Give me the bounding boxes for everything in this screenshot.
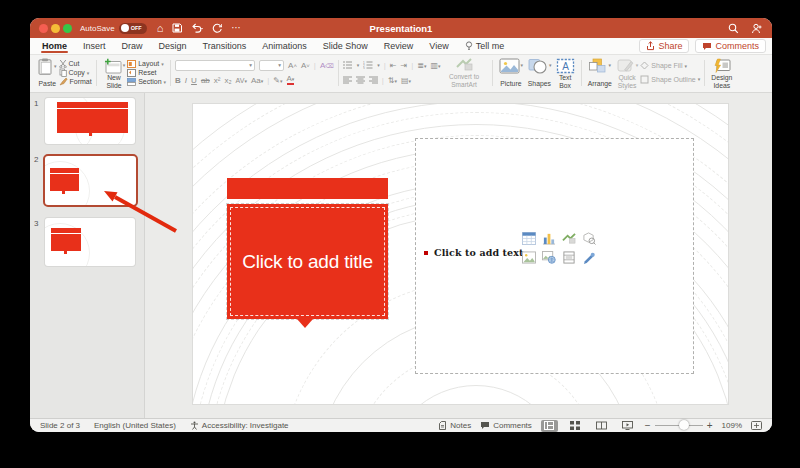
align-right-button[interactable] (369, 76, 378, 84)
tab-draw[interactable]: Draw (114, 38, 151, 54)
tab-insert[interactable]: Insert (75, 38, 114, 54)
slide-thumbnail-3[interactable] (45, 218, 135, 266)
new-slide-button[interactable]: ▾ New Slide (101, 57, 128, 89)
slide-canvas[interactable]: Click to add title Click to add text (145, 93, 772, 418)
insert-chart-icon[interactable] (542, 232, 556, 246)
insert-icon-icon[interactable] (582, 251, 596, 265)
title-placeholder[interactable]: Click to add title (227, 204, 388, 319)
more-commands-icon[interactable]: ⋯ (231, 23, 241, 33)
tab-tellme[interactable]: Tell me (457, 38, 513, 54)
clear-format-icon[interactable]: A⌫ (320, 61, 334, 70)
convert-smartart-button[interactable]: Convert to SmartArt (441, 57, 488, 89)
slide-thumbnail-2-selected[interactable] (43, 154, 138, 207)
paste-button[interactable]: ▾ Paste (36, 57, 59, 89)
char-spacing-button[interactable]: AV▾ (236, 77, 247, 84)
save-icon[interactable] (172, 23, 182, 33)
font-size-select[interactable]: ▾ (259, 60, 284, 71)
autosave-toggle[interactable]: OFF (119, 23, 147, 34)
reading-view-button[interactable] (593, 420, 610, 432)
align-center-button[interactable] (356, 76, 365, 84)
picture-button[interactable]: ▾ Picture (497, 57, 526, 89)
comments-button[interactable]: Comments (695, 39, 766, 53)
bullets-button[interactable] (343, 61, 353, 69)
bold-button[interactable]: B (175, 76, 181, 85)
font-name-select[interactable]: ▾ (175, 60, 255, 71)
section-button[interactable]: Section▾ (127, 77, 166, 86)
zoom-slider-thumb[interactable] (679, 420, 689, 430)
content-placeholder[interactable]: Click to add text (415, 138, 694, 374)
design-ideas-button[interactable]: Design Ideas (709, 57, 734, 89)
text-direction-button[interactable]: ⇅▾ (388, 76, 397, 85)
underline-button[interactable]: U (191, 76, 197, 85)
accessibility-status[interactable]: Accessibility: Investigate (190, 421, 289, 430)
format-painter-button[interactable]: Format (59, 77, 92, 86)
shape-fill-button[interactable]: Shape Fill▾ (640, 61, 700, 70)
layout-button[interactable]: Layout▾ (127, 59, 166, 68)
increase-font-icon[interactable]: A˄ (288, 61, 297, 70)
fit-slide-icon[interactable] (751, 421, 762, 430)
quick-styles-button[interactable]: ▾ Quick Styles (614, 57, 641, 89)
tab-transitions[interactable]: Transitions (195, 38, 255, 54)
subscript-button[interactable]: x₂ (224, 76, 231, 85)
zoom-button[interactable] (63, 24, 72, 33)
insert-picture-icon[interactable] (522, 251, 536, 265)
insert-video-icon[interactable] (562, 251, 576, 265)
italic-button[interactable]: I (185, 76, 187, 85)
align-left-button[interactable] (343, 76, 352, 84)
tab-review[interactable]: Review (376, 38, 422, 54)
cut-button[interactable]: Cut (59, 59, 92, 68)
minimize-button[interactable] (51, 24, 60, 33)
font-group: ▾ ▾ A˄A˅|A⌫ BIUabx²x₂AV▾Aa▾|✎▾A▾ (175, 57, 334, 89)
cut-icon (59, 59, 67, 68)
zoom-in-icon[interactable]: + (707, 420, 713, 431)
share-user-icon[interactable] (751, 23, 763, 34)
highlight-button[interactable]: ✎▾ (273, 76, 282, 85)
copy-button[interactable]: Copy▾ (59, 68, 92, 77)
outdent-button[interactable]: ⇤ (390, 61, 397, 70)
arrange-button[interactable]: ▾ Arrange (586, 57, 614, 89)
normal-view-button[interactable] (541, 420, 558, 432)
columns-button[interactable]: ▥▾ (431, 61, 441, 70)
insert-smartart-icon[interactable] (562, 232, 576, 246)
undo-icon[interactable] (191, 23, 203, 33)
shapes-button[interactable]: ▾ Shapes (525, 57, 554, 89)
comments-panel-icon (480, 421, 490, 430)
slide-thumbnail-1[interactable] (45, 98, 135, 144)
numbering-button[interactable]: 123 (363, 61, 373, 69)
tab-animations[interactable]: Animations (254, 38, 315, 54)
font-color-button[interactable]: A▾ (287, 75, 295, 85)
notes-button[interactable]: Notes (438, 421, 471, 430)
redo-icon[interactable] (212, 23, 222, 33)
tab-slideshow[interactable]: Slide Show (315, 38, 376, 54)
slide-editing-area[interactable]: Click to add title Click to add text (193, 104, 728, 404)
tab-design[interactable]: Design (151, 38, 195, 54)
insert-table-icon[interactable] (522, 232, 536, 246)
zoom-level[interactable]: 109% (722, 421, 742, 430)
slideshow-view-button[interactable] (619, 420, 636, 432)
superscript-button[interactable]: x² (214, 76, 221, 85)
tab-home[interactable]: Home (34, 38, 75, 54)
comments-panel-button[interactable]: Comments (480, 421, 532, 430)
shape-outline-button[interactable]: Shape Outline▾ (640, 75, 700, 84)
strikethrough-button[interactable]: ab (201, 76, 210, 85)
textbox-button[interactable]: A Text Box (554, 57, 577, 89)
insert-3d-model-icon[interactable] (582, 232, 596, 246)
search-icon[interactable] (728, 23, 739, 34)
insert-online-picture-icon[interactable] (542, 251, 556, 265)
language-indicator[interactable]: English (United States) (94, 421, 176, 430)
home-icon[interactable]: ⌂ (157, 23, 164, 34)
close-button[interactable] (39, 24, 48, 33)
decrease-font-icon[interactable]: A˅ (301, 61, 310, 70)
slide-sorter-view-button[interactable] (567, 420, 584, 432)
line-spacing-button[interactable]: ≣▾ (417, 61, 426, 70)
zoom-out-icon[interactable]: − (645, 420, 651, 431)
slide-number: 3 (34, 219, 38, 228)
lightbulb-icon (465, 41, 473, 51)
reset-button[interactable]: Reset (127, 68, 166, 77)
tab-view[interactable]: View (421, 38, 456, 54)
share-button[interactable]: Share (639, 39, 689, 53)
align-text-button[interactable]: ▤▾ (401, 76, 411, 85)
zoom-slider[interactable]: − + (645, 420, 713, 431)
change-case-button[interactable]: Aa▾ (251, 76, 263, 85)
indent-button[interactable]: ⇥ (401, 61, 408, 70)
